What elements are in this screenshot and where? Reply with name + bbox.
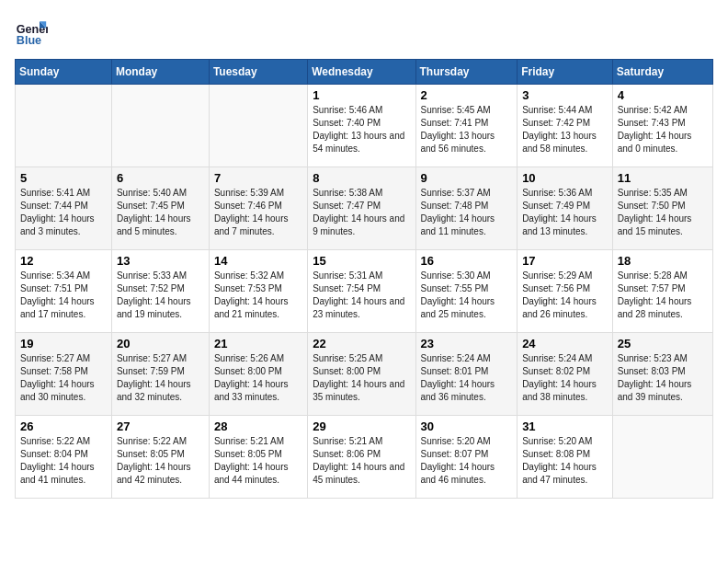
day-number: 17 [522,254,608,268]
calendar-cell [612,416,712,499]
day-info: Sunrise: 5:20 AM Sunset: 8:07 PM Dayligh… [421,435,513,487]
calendar-cell: 14Sunrise: 5:32 AM Sunset: 7:53 PM Dayli… [209,250,307,333]
day-number: 20 [117,337,204,350]
day-number: 2 [421,88,513,102]
calendar-cell: 13Sunrise: 5:33 AM Sunset: 7:52 PM Dayli… [111,250,209,333]
calendar-cell: 21Sunrise: 5:26 AM Sunset: 8:00 PM Dayli… [209,333,307,416]
calendar-cell: 30Sunrise: 5:20 AM Sunset: 8:07 PM Dayli… [415,416,518,499]
calendar-cell: 10Sunrise: 5:36 AM Sunset: 7:49 PM Dayli… [518,167,613,250]
day-info: Sunrise: 5:37 AM Sunset: 7:48 PM Dayligh… [421,187,513,238]
day-number: 13 [117,254,204,268]
day-number: 11 [618,171,708,185]
calendar-cell: 5Sunrise: 5:41 AM Sunset: 7:44 PM Daylig… [16,167,112,250]
header-row: SundayMondayTuesdayWednesdayThursdayFrid… [16,60,713,85]
day-number: 30 [421,419,513,433]
calendar-body: 1Sunrise: 5:46 AM Sunset: 7:40 PM Daylig… [16,85,713,499]
day-number: 16 [421,254,513,268]
day-info: Sunrise: 5:22 AM Sunset: 8:04 PM Dayligh… [20,435,107,487]
calendar-cell: 18Sunrise: 5:28 AM Sunset: 7:57 PM Dayli… [612,250,712,333]
day-info: Sunrise: 5:27 AM Sunset: 7:58 PM Dayligh… [20,352,107,404]
day-number: 8 [313,171,410,185]
day-info: Sunrise: 5:46 AM Sunset: 7:40 PM Dayligh… [313,104,410,155]
calendar-cell: 4Sunrise: 5:42 AM Sunset: 7:43 PM Daylig… [612,85,712,167]
day-info: Sunrise: 5:41 AM Sunset: 7:44 PM Dayligh… [20,187,107,238]
day-info: Sunrise: 5:21 AM Sunset: 8:06 PM Dayligh… [313,435,410,487]
calendar-cell: 6Sunrise: 5:40 AM Sunset: 7:45 PM Daylig… [111,167,209,250]
day-info: Sunrise: 5:27 AM Sunset: 7:59 PM Dayligh… [117,352,204,404]
calendar-cell: 29Sunrise: 5:21 AM Sunset: 8:06 PM Dayli… [308,416,415,499]
day-info: Sunrise: 5:44 AM Sunset: 7:42 PM Dayligh… [522,104,608,155]
day-info: Sunrise: 5:28 AM Sunset: 7:57 PM Dayligh… [618,270,708,321]
header-wednesday: Wednesday [308,60,415,85]
day-number: 23 [421,337,513,350]
calendar-cell: 9Sunrise: 5:37 AM Sunset: 7:48 PM Daylig… [415,167,518,250]
day-info: Sunrise: 5:42 AM Sunset: 7:43 PM Dayligh… [618,104,708,155]
calendar-cell: 20Sunrise: 5:27 AM Sunset: 7:59 PM Dayli… [111,333,209,416]
calendar-cell: 3Sunrise: 5:44 AM Sunset: 7:42 PM Daylig… [518,85,613,167]
header-monday: Monday [111,60,209,85]
day-info: Sunrise: 5:29 AM Sunset: 7:56 PM Dayligh… [522,270,608,321]
logo: General Blue [15,15,51,48]
day-info: Sunrise: 5:32 AM Sunset: 7:53 PM Dayligh… [214,270,302,321]
calendar-cell [209,85,307,167]
header-sunday: Sunday [16,60,112,85]
day-number: 25 [618,337,708,350]
day-number: 4 [618,88,708,102]
week-row-0: 1Sunrise: 5:46 AM Sunset: 7:40 PM Daylig… [16,85,713,167]
calendar-cell: 24Sunrise: 5:24 AM Sunset: 8:02 PM Dayli… [518,333,613,416]
day-info: Sunrise: 5:34 AM Sunset: 7:51 PM Dayligh… [20,270,107,321]
day-info: Sunrise: 5:25 AM Sunset: 8:00 PM Dayligh… [313,352,410,404]
day-number: 15 [313,254,410,268]
week-row-2: 12Sunrise: 5:34 AM Sunset: 7:51 PM Dayli… [16,250,713,333]
day-number: 18 [618,254,708,268]
week-row-3: 19Sunrise: 5:27 AM Sunset: 7:58 PM Dayli… [16,333,713,416]
day-info: Sunrise: 5:36 AM Sunset: 7:49 PM Dayligh… [522,187,608,238]
calendar-cell [111,85,209,167]
calendar-cell: 23Sunrise: 5:24 AM Sunset: 8:01 PM Dayli… [415,333,518,416]
day-info: Sunrise: 5:26 AM Sunset: 8:00 PM Dayligh… [214,352,302,404]
header-tuesday: Tuesday [209,60,307,85]
header-thursday: Thursday [415,60,518,85]
day-number: 9 [421,171,513,185]
calendar-cell: 19Sunrise: 5:27 AM Sunset: 7:58 PM Dayli… [16,333,112,416]
calendar-cell: 31Sunrise: 5:20 AM Sunset: 8:08 PM Dayli… [518,416,613,499]
day-info: Sunrise: 5:30 AM Sunset: 7:55 PM Dayligh… [421,270,513,321]
day-number: 26 [20,419,107,433]
day-info: Sunrise: 5:38 AM Sunset: 7:47 PM Dayligh… [313,187,410,238]
calendar-cell: 7Sunrise: 5:39 AM Sunset: 7:46 PM Daylig… [209,167,307,250]
day-info: Sunrise: 5:33 AM Sunset: 7:52 PM Dayligh… [117,270,204,321]
week-row-1: 5Sunrise: 5:41 AM Sunset: 7:44 PM Daylig… [16,167,713,250]
day-info: Sunrise: 5:35 AM Sunset: 7:50 PM Dayligh… [618,187,708,238]
day-info: Sunrise: 5:39 AM Sunset: 7:46 PM Dayligh… [214,187,302,238]
day-number: 29 [313,419,410,433]
header-friday: Friday [518,60,613,85]
calendar-cell: 8Sunrise: 5:38 AM Sunset: 7:47 PM Daylig… [308,167,415,250]
calendar-cell: 12Sunrise: 5:34 AM Sunset: 7:51 PM Dayli… [16,250,112,333]
day-number: 22 [313,337,410,350]
day-info: Sunrise: 5:40 AM Sunset: 7:45 PM Dayligh… [117,187,204,238]
day-number: 27 [117,419,204,433]
day-number: 1 [313,88,410,102]
page-header: General Blue [15,15,713,48]
calendar-cell: 28Sunrise: 5:21 AM Sunset: 8:05 PM Dayli… [209,416,307,499]
logo-icon: General Blue [15,15,48,48]
day-number: 12 [20,254,107,268]
day-number: 10 [522,171,608,185]
day-number: 21 [214,337,302,350]
day-info: Sunrise: 5:24 AM Sunset: 8:01 PM Dayligh… [421,352,513,404]
day-number: 5 [20,171,107,185]
calendar-cell: 17Sunrise: 5:29 AM Sunset: 7:56 PM Dayli… [518,250,613,333]
day-info: Sunrise: 5:24 AM Sunset: 8:02 PM Dayligh… [522,352,608,404]
day-number: 28 [214,419,302,433]
calendar-cell: 16Sunrise: 5:30 AM Sunset: 7:55 PM Dayli… [415,250,518,333]
day-info: Sunrise: 5:31 AM Sunset: 7:54 PM Dayligh… [313,270,410,321]
calendar-cell [16,85,112,167]
day-number: 24 [522,337,608,350]
day-info: Sunrise: 5:21 AM Sunset: 8:05 PM Dayligh… [214,435,302,487]
header-saturday: Saturday [612,60,712,85]
calendar-cell: 25Sunrise: 5:23 AM Sunset: 8:03 PM Dayli… [612,333,712,416]
day-number: 31 [522,419,608,433]
svg-text:Blue: Blue [17,34,41,47]
calendar-cell: 2Sunrise: 5:45 AM Sunset: 7:41 PM Daylig… [415,85,518,167]
day-number: 7 [214,171,302,185]
